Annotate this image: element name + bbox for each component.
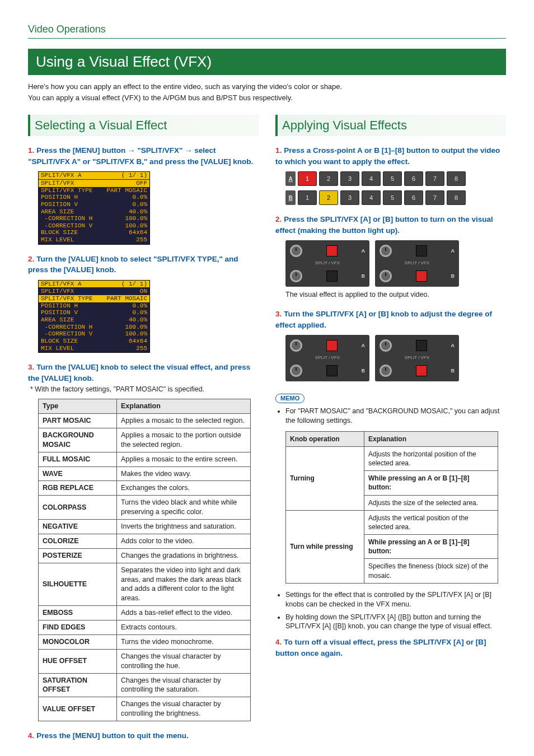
- step-r4: 4.To turn off a visual effect, press the…: [275, 637, 506, 659]
- vfx-b-button[interactable]: [326, 365, 338, 376]
- step-2: 2.Turn the [VALUE] knob to select "SPLIT…: [28, 254, 259, 353]
- vfx-a-button[interactable]: [416, 245, 427, 256]
- table-row: WAVEMakes the video wavy.: [39, 466, 251, 481]
- table-row: SATURATION OFFSETChanges the visual char…: [39, 673, 251, 697]
- knob-icon: [290, 245, 302, 257]
- crosspoint-button[interactable]: 4: [362, 190, 381, 205]
- intro-text: You can apply a visual effect (VFX) to t…: [28, 93, 506, 103]
- screen-row: -CORRECTION V100.0%: [39, 222, 149, 230]
- screen-title: SPLIT/VFX A: [41, 281, 82, 288]
- table-row: MONOCOLORTurns the video monochrome.: [39, 634, 251, 649]
- vfx-b-button[interactable]: [416, 270, 427, 282]
- step-number: 2.: [275, 215, 282, 223]
- table-row: FIND EDGESExtracts contours.: [39, 620, 251, 635]
- knob-icon: [290, 339, 302, 352]
- subheading-left: Selecting a Visual Effect: [28, 115, 259, 136]
- vfx-a-button[interactable]: [326, 245, 338, 256]
- menu-screenshot: SPLIT/VFX A( 1/ 1) SPLIT/VFXONSPLIT/VFX …: [38, 280, 150, 353]
- subheading-right: Applying Visual Effects: [275, 115, 506, 136]
- table-row: VALUE OFFSETChanges the visual character…: [39, 697, 251, 721]
- screen-row: -CORRECTION H100.0%: [39, 215, 149, 222]
- crosspoint-row-b: B 12345678: [285, 190, 506, 205]
- screen-page: ( 1/ 1): [121, 172, 147, 179]
- screen-row: AREA SIZE40.0%: [39, 316, 149, 324]
- crosspoint-button[interactable]: 7: [425, 171, 444, 186]
- knob-icon: [380, 245, 392, 257]
- body-text: The visual effect is applied to the outp…: [285, 290, 506, 300]
- split-vfx-label: SPLIT / VFX: [380, 260, 455, 267]
- table-header: Explanation: [364, 431, 498, 446]
- screen-row: MIX LEVEL255: [39, 345, 149, 352]
- table-header: Knob operation: [286, 431, 364, 446]
- crosspoint-button[interactable]: 2: [319, 171, 338, 186]
- screen-row: -CORRECTION H100.0%: [39, 324, 149, 331]
- step-number: 4.: [275, 638, 282, 646]
- table-row: POSTERIZEChanges the gradations in brigh…: [39, 548, 251, 563]
- table-header: Type: [39, 399, 117, 414]
- step-text: Press a Cross-point A or B [1]–[8] butto…: [275, 146, 500, 166]
- crosspoint-button[interactable]: 5: [383, 171, 402, 186]
- label-a: A: [451, 342, 455, 349]
- memo-badge: MEMO: [275, 394, 305, 403]
- table-row: COLORIZEAdds color to the video.: [39, 534, 251, 548]
- table-row: BACKGROUND MOSAICApplies a mosaic to the…: [39, 428, 251, 452]
- table-row: EMBOSSAdds a bas-relief effect to the vi…: [39, 606, 251, 620]
- vfx-types-table: TypeExplanation PART MOSAICApplies a mos…: [38, 399, 251, 721]
- crosspoint-button[interactable]: 3: [340, 171, 359, 186]
- label-a: A: [362, 342, 366, 349]
- label-b: B: [362, 367, 366, 374]
- screen-row: SPLIT/VFX TYPEPART MOSAIC: [39, 295, 149, 302]
- intro-text: Here's how you can apply an effect to th…: [28, 82, 506, 92]
- intro-block: Here's how you can apply an effect to th…: [28, 82, 506, 102]
- crosspoint-button[interactable]: 6: [404, 190, 423, 205]
- table-row: NEGATIVEInverts the brightness and satur…: [39, 520, 251, 534]
- page-title: Using a Visual Effect (VFX): [28, 49, 506, 75]
- screen-row: -CORRECTION V100.0%: [39, 330, 149, 338]
- crosspoint-button[interactable]: 7: [425, 190, 444, 205]
- crosspoint-button[interactable]: 5: [383, 190, 402, 205]
- table-row: PART MOSAICApplies a mosaic to the selec…: [39, 414, 251, 428]
- crosspoint-button[interactable]: 4: [362, 171, 381, 186]
- screen-row: BLOCK SIZE64x64: [39, 229, 149, 236]
- vfx-b-button[interactable]: [326, 270, 338, 282]
- table-row: HUE OFFSETChanges the visual character b…: [39, 649, 251, 673]
- section-label: Video Operations: [28, 22, 506, 39]
- knob-operation-table: Knob operationExplanation TurningAdjusts…: [285, 431, 498, 584]
- screen-row: AREA SIZE40.0%: [39, 208, 149, 216]
- step-number: 4.: [28, 731, 34, 740]
- step-text: Press the [MENU] button → "SPLIT/VFX" → …: [28, 146, 253, 166]
- table-row: RGB REPLACEExchanges the colors.: [39, 481, 251, 496]
- vfx-a-button[interactable]: [416, 340, 427, 351]
- crosspoint-button[interactable]: 3: [340, 190, 359, 205]
- step-text: Turn the SPLIT/VFX [A] or [B] knob to ad…: [275, 310, 492, 329]
- split-vfx-panel: A SPLIT / VFX B: [375, 240, 459, 287]
- step-number: 2.: [28, 255, 34, 263]
- screen-row: POSITION V0.0%: [39, 201, 149, 208]
- step-4: 4.Press the [MENU] button to quit the me…: [28, 730, 259, 741]
- step-number: 3.: [28, 363, 34, 371]
- step-number: 1.: [28, 146, 34, 155]
- screen-row: SPLIT/VFX TYPEPART MOSAIC: [39, 187, 149, 194]
- step-r2: 2.Press the SPLIT/VFX [A] or [B] button …: [275, 214, 506, 300]
- table-row: Turn while pressingAdjusts the vertical …: [286, 510, 498, 534]
- crosspoint-button[interactable]: 2: [319, 190, 338, 205]
- crosspoint-button[interactable]: 1: [298, 171, 317, 186]
- step-3: 3.Turn the [VALUE] knob to select the vi…: [28, 362, 259, 721]
- crosspoint-button[interactable]: 1: [298, 190, 317, 205]
- step-text: Press the [MENU] button to quit the menu…: [36, 731, 189, 740]
- label-b: B: [362, 273, 366, 279]
- crosspoint-button[interactable]: 8: [447, 190, 466, 205]
- crosspoint-button[interactable]: 8: [447, 171, 466, 186]
- crosspoint-row-a: A 12345678: [285, 171, 506, 186]
- split-vfx-label: SPLIT / VFX: [380, 355, 455, 361]
- screen-row: POSITION V0.0%: [39, 309, 149, 316]
- vfx-b-button[interactable]: [416, 365, 427, 376]
- knob-icon: [290, 270, 302, 282]
- row-label-b: B: [285, 190, 296, 205]
- crosspoint-button[interactable]: 6: [404, 171, 423, 186]
- step-r3: 3.Turn the SPLIT/VFX [A] or [B] knob to …: [275, 309, 506, 381]
- knob-icon: [380, 365, 392, 377]
- vfx-a-button[interactable]: [326, 340, 338, 351]
- label-b: B: [451, 367, 455, 374]
- screen-row: POSITION H0.0%: [39, 194, 149, 201]
